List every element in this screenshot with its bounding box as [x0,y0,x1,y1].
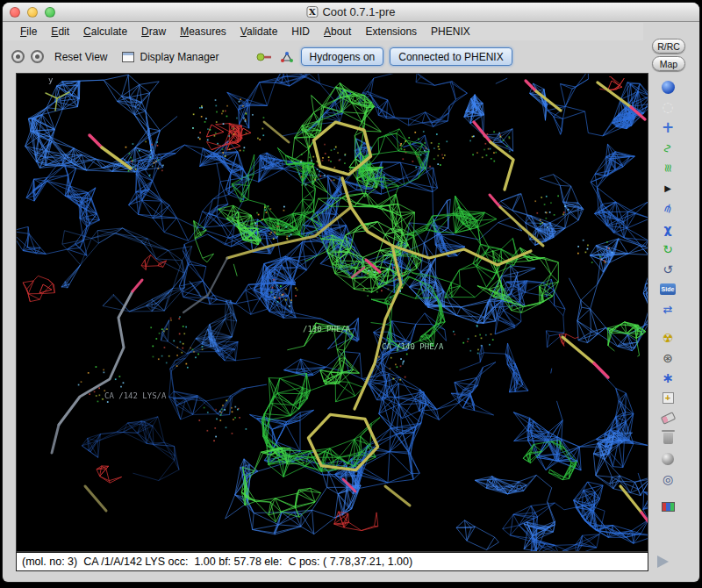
menubar: FileEditCalculateDrawMeasuresValidateHID… [3,23,643,40]
x11-icon: X [306,6,318,18]
flag-icon[interactable] [656,497,679,517]
spiral-icon[interactable]: ≋ [656,158,679,178]
add-atom-icon[interactable]: ∗ [656,368,679,388]
rotamer-icon[interactable]: ⋔ [656,198,679,219]
menu-measures[interactable]: Measures [173,24,233,39]
close-button[interactable] [10,7,20,18]
menu-edit[interactable]: Edit [44,24,76,39]
reset-view-button[interactable]: Reset View [50,49,111,65]
flip-peptide-icon[interactable]: ⇄ [656,299,679,319]
molecule-icon[interactable] [279,50,295,64]
window-title: X Coot 0.7.1-pre [306,5,395,18]
key-icon[interactable] [255,51,273,63]
hydrogens-toggle-button[interactable]: Hydrogens on [301,47,384,66]
radiation-dark-icon[interactable]: ⊛ [656,348,679,368]
window-title-text: Coot 0.7.1-pre [322,5,395,18]
map-button[interactable]: Map [652,56,685,71]
chi-angles-icon[interactable]: χ [656,219,679,239]
play-icon[interactable]: ▶ [656,178,679,198]
display-manager-button[interactable]: Display Manager [118,49,223,65]
menu-file[interactable]: File [13,24,44,39]
undo-icon[interactable]: ◎ [656,469,679,489]
phenix-status-button[interactable]: Connected to PHENIX [390,47,512,66]
right-toolbar: ◌+∿≋▶⋔χ↻↺Side⇄☢⊛∗+◎ [649,73,686,554]
zoom-button[interactable] [45,7,55,18]
toolbar-circle-icon-2[interactable] [31,50,44,63]
main-toolbar: Reset View Display Manager Hydrogens on … [3,40,648,73]
gl-viewport[interactable]: y/130 PHE/ACA /140 PHE/ACA /142 LYS/A [16,73,648,552]
menu-draw[interactable]: Draw [134,24,173,39]
add-terminal-residue-icon[interactable]: + [656,388,679,408]
menu-validate[interactable]: Validate [233,24,285,39]
eraser-icon[interactable] [656,408,679,428]
torsion-general-icon[interactable]: ↻ [656,239,679,259]
trackball-icon[interactable]: ◌ [656,97,679,118]
status-text: (mol. no: 3) CA /1/A/142 LYS occ: 1.00 b… [22,556,412,568]
toolbar-circle-icon-1[interactable] [11,50,25,63]
radiation-yellow-icon[interactable]: ☢ [656,327,679,348]
side-chain-icon[interactable]: Side [656,279,679,299]
menu-extensions[interactable]: Extensions [358,24,424,39]
helix-icon[interactable]: ∿ [656,138,679,158]
coot-window: X Coot 0.7.1-pre FileEditCalculateDrawMe… [3,3,699,582]
menu-phenix[interactable]: PHENIX [424,24,477,39]
view-sphere-icon[interactable] [656,77,679,97]
minimize-button[interactable] [27,7,38,18]
gl-canvas[interactable] [17,74,648,551]
spin-triangle-icon[interactable] [657,556,669,568]
sphere-gray-icon[interactable] [656,448,679,469]
rrc-button[interactable]: R/RC [652,39,685,54]
titlebar: X Coot 0.7.1-pre [3,3,699,22]
delete-item-icon[interactable] [656,428,679,448]
display-manager-icon [122,52,134,62]
rotate-translate-icon[interactable]: ↺ [656,259,679,279]
translate-view-icon[interactable]: + [656,118,679,138]
menu-about[interactable]: About [317,24,358,39]
status-bar: (mol. no: 3) CA /1/A/142 LYS occ: 1.00 b… [16,552,648,571]
menu-calculate[interactable]: Calculate [76,24,134,39]
menu-hid[interactable]: HID [284,24,317,39]
display-manager-label: Display Manager [140,51,218,63]
